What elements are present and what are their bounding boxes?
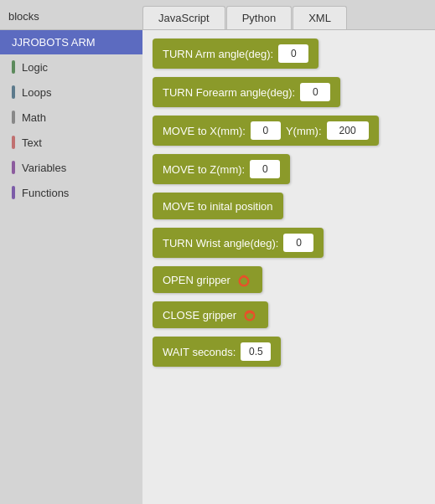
sidebar-item-jjrobots-arm[interactable]: JJROBOTS ARM [0, 30, 142, 54]
sidebar-item-label: Math [22, 111, 46, 124]
turn-arm-input[interactable] [278, 44, 308, 63]
sidebar-item-label: Logic [22, 61, 48, 74]
turn-wrist-input[interactable] [283, 234, 313, 252]
block-open-gripper[interactable]: OPEN gripper [153, 266, 262, 293]
block-label: WAIT seconds: [163, 346, 236, 358]
block-turn-arm[interactable]: TURN Arm angle(deg): [153, 39, 318, 69]
sidebar-item-label: Functions [22, 187, 69, 199]
loops-color-bar [12, 85, 15, 99]
variables-color-bar [12, 161, 15, 174]
block-label: CLOSE gripper [163, 309, 236, 321]
move-x-input[interactable] [251, 121, 281, 140]
block-label: OPEN gripper [163, 274, 230, 286]
tab-python[interactable]: Python [226, 6, 292, 29]
move-y-input[interactable] [327, 121, 369, 140]
close-gripper-icon [241, 307, 258, 322]
tab-xml[interactable]: XML [293, 6, 347, 29]
block-turn-wrist[interactable]: TURN Wrist angle(deg): [153, 228, 324, 258]
sidebar-item-label: Variables [22, 162, 66, 174]
sidebar-item-label: Text [22, 136, 42, 149]
wait-seconds-input[interactable] [241, 342, 271, 361]
block-label: TURN Wrist angle(deg): [163, 237, 278, 249]
blocks-label: blocks [0, 3, 142, 29]
blocks-area: TURN Arm angle(deg): TURN Forearm angle(… [142, 30, 435, 504]
block-move-initial[interactable]: MOVE to inital position [153, 193, 283, 219]
math-color-bar [12, 111, 15, 124]
tab-javascript[interactable]: JavaScript [142, 6, 225, 29]
block-move-z[interactable]: MOVE to Z(mm): [153, 154, 290, 184]
open-gripper-icon [236, 272, 252, 287]
block-label: TURN Forearm angle(deg): [163, 86, 295, 99]
block-label-y: Y(mm): [286, 125, 322, 137]
sidebar-item-loops[interactable]: Loops [0, 80, 142, 105]
tab-bar: JavaScript Python XML [142, 6, 347, 29]
sidebar-item-label: Loops [22, 86, 51, 99]
sidebar-item-label: JJROBOTS ARM [12, 36, 96, 49]
block-move-xy[interactable]: MOVE to X(mm): Y(mm): [153, 116, 379, 146]
text-color-bar [12, 136, 15, 149]
block-label: MOVE to X(mm): [163, 125, 246, 137]
logic-color-bar [12, 60, 15, 74]
functions-color-bar [12, 186, 15, 199]
block-turn-forearm[interactable]: TURN Forearm angle(deg): [153, 77, 340, 107]
sidebar-item-text[interactable]: Text [0, 130, 142, 155]
move-z-input[interactable] [250, 160, 280, 178]
block-label: MOVE to inital position [163, 200, 273, 213]
sidebar-item-functions[interactable]: Functions [0, 180, 142, 205]
sidebar-item-math[interactable]: Math [0, 105, 142, 130]
sidebar: JJROBOTS ARM Logic Loops Math Text Varia… [0, 30, 142, 504]
block-close-gripper[interactable]: CLOSE gripper [153, 301, 268, 328]
block-label: MOVE to Z(mm): [163, 163, 245, 176]
block-label: TURN Arm angle(deg): [163, 48, 273, 60]
sidebar-item-logic[interactable]: Logic [0, 54, 142, 80]
block-wait-seconds[interactable]: WAIT seconds: [153, 337, 281, 367]
turn-forearm-input[interactable] [300, 83, 330, 101]
sidebar-item-variables[interactable]: Variables [0, 155, 142, 180]
